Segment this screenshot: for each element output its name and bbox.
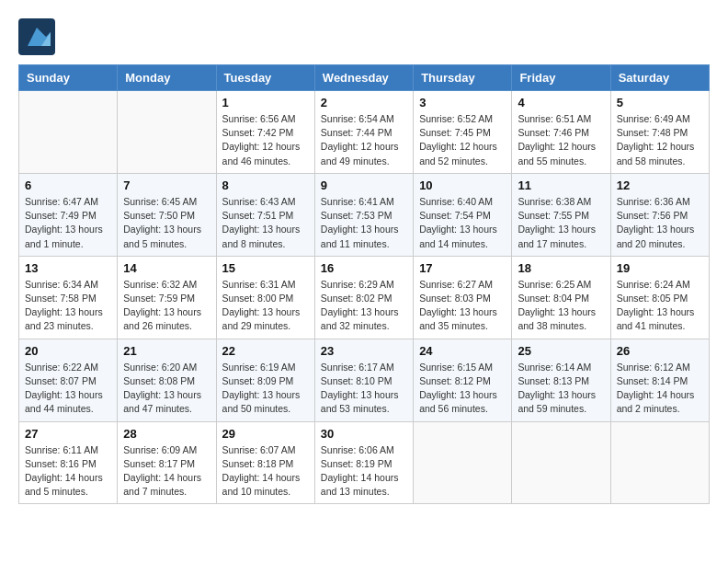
calendar-header-row: SundayMondayTuesdayWednesdayThursdayFrid… (19, 65, 710, 91)
day-number: 14 (123, 261, 210, 275)
calendar-cell: 15Sunrise: 6:31 AM Sunset: 8:00 PM Dayli… (216, 256, 314, 339)
day-info: Sunrise: 6:12 AM Sunset: 8:14 PM Dayligh… (617, 361, 703, 417)
calendar-cell: 8Sunrise: 6:43 AM Sunset: 7:51 PM Daylig… (216, 173, 314, 256)
calendar-cell (118, 91, 216, 174)
day-number: 5 (617, 96, 703, 109)
calendar-header-sunday: Sunday (19, 65, 118, 91)
day-number: 3 (419, 96, 506, 109)
day-number: 13 (25, 261, 111, 275)
calendar-cell: 21Sunrise: 6:20 AM Sunset: 8:08 PM Dayli… (118, 339, 216, 421)
day-info: Sunrise: 6:20 AM Sunset: 8:08 PM Dayligh… (123, 361, 210, 417)
calendar-cell: 24Sunrise: 6:15 AM Sunset: 8:12 PM Dayli… (414, 339, 512, 421)
calendar-week-1: 1Sunrise: 6:56 AM Sunset: 7:42 PM Daylig… (19, 91, 710, 174)
day-number: 4 (518, 96, 604, 109)
calendar-cell: 6Sunrise: 6:47 AM Sunset: 7:49 PM Daylig… (19, 173, 118, 256)
day-number: 1 (222, 96, 309, 109)
day-info: Sunrise: 6:31 AM Sunset: 8:00 PM Dayligh… (222, 278, 309, 334)
day-number: 7 (123, 178, 210, 192)
calendar-week-2: 6Sunrise: 6:47 AM Sunset: 7:49 PM Daylig… (19, 173, 710, 256)
calendar-cell: 1Sunrise: 6:56 AM Sunset: 7:42 PM Daylig… (216, 91, 314, 174)
day-info: Sunrise: 6:15 AM Sunset: 8:12 PM Dayligh… (419, 361, 506, 417)
day-info: Sunrise: 6:24 AM Sunset: 8:05 PM Dayligh… (617, 278, 703, 334)
day-info: Sunrise: 6:19 AM Sunset: 8:09 PM Dayligh… (222, 361, 309, 417)
calendar-header-thursday: Thursday (414, 65, 512, 91)
calendar-header-monday: Monday (118, 65, 216, 91)
day-number: 25 (518, 344, 604, 358)
calendar-cell (414, 421, 512, 504)
day-number: 24 (419, 344, 506, 358)
calendar-cell: 29Sunrise: 6:07 AM Sunset: 8:18 PM Dayli… (216, 421, 314, 504)
day-number: 23 (321, 344, 407, 358)
day-info: Sunrise: 6:45 AM Sunset: 7:50 PM Dayligh… (123, 195, 210, 251)
day-info: Sunrise: 6:22 AM Sunset: 8:07 PM Dayligh… (25, 361, 111, 417)
calendar-cell: 17Sunrise: 6:27 AM Sunset: 8:03 PM Dayli… (414, 256, 512, 339)
calendar-cell: 4Sunrise: 6:51 AM Sunset: 7:46 PM Daylig… (512, 91, 610, 174)
day-info: Sunrise: 6:07 AM Sunset: 8:18 PM Dayligh… (222, 443, 309, 500)
calendar-header-wednesday: Wednesday (314, 65, 413, 91)
calendar-cell: 12Sunrise: 6:36 AM Sunset: 7:56 PM Dayli… (610, 173, 709, 256)
day-info: Sunrise: 6:38 AM Sunset: 7:55 PM Dayligh… (518, 195, 604, 251)
calendar-cell: 27Sunrise: 6:11 AM Sunset: 8:16 PM Dayli… (19, 421, 118, 504)
day-info: Sunrise: 6:06 AM Sunset: 8:19 PM Dayligh… (321, 443, 407, 500)
day-info: Sunrise: 6:41 AM Sunset: 7:53 PM Dayligh… (321, 195, 407, 251)
logo (18, 18, 61, 55)
day-number: 28 (123, 427, 210, 441)
day-info: Sunrise: 6:29 AM Sunset: 8:02 PM Dayligh… (321, 278, 407, 334)
calendar-cell (19, 91, 118, 174)
day-number: 18 (518, 261, 604, 275)
day-info: Sunrise: 6:34 AM Sunset: 7:58 PM Dayligh… (25, 278, 111, 334)
day-info: Sunrise: 6:27 AM Sunset: 8:03 PM Dayligh… (419, 278, 506, 334)
day-info: Sunrise: 6:54 AM Sunset: 7:44 PM Dayligh… (321, 112, 407, 168)
day-number: 20 (25, 344, 111, 358)
day-number: 9 (321, 178, 407, 192)
day-number: 6 (25, 178, 111, 192)
day-number: 2 (321, 96, 407, 109)
calendar-week-4: 20Sunrise: 6:22 AM Sunset: 8:07 PM Dayli… (19, 339, 710, 421)
calendar-header-saturday: Saturday (610, 65, 709, 91)
calendar-cell: 14Sunrise: 6:32 AM Sunset: 7:59 PM Dayli… (118, 256, 216, 339)
calendar-cell: 3Sunrise: 6:52 AM Sunset: 7:45 PM Daylig… (414, 91, 512, 174)
day-info: Sunrise: 6:49 AM Sunset: 7:48 PM Dayligh… (617, 112, 703, 168)
calendar-cell: 5Sunrise: 6:49 AM Sunset: 7:48 PM Daylig… (610, 91, 709, 174)
day-info: Sunrise: 6:43 AM Sunset: 7:51 PM Dayligh… (222, 195, 309, 251)
day-number: 12 (617, 178, 703, 192)
day-number: 29 (222, 427, 309, 441)
calendar-cell: 11Sunrise: 6:38 AM Sunset: 7:55 PM Dayli… (512, 173, 610, 256)
day-info: Sunrise: 6:47 AM Sunset: 7:49 PM Dayligh… (25, 195, 111, 251)
calendar-cell: 23Sunrise: 6:17 AM Sunset: 8:10 PM Dayli… (314, 339, 413, 421)
day-info: Sunrise: 6:51 AM Sunset: 7:46 PM Dayligh… (518, 112, 604, 168)
day-info: Sunrise: 6:25 AM Sunset: 8:04 PM Dayligh… (518, 278, 604, 334)
calendar-cell: 20Sunrise: 6:22 AM Sunset: 8:07 PM Dayli… (19, 339, 118, 421)
day-number: 11 (518, 178, 604, 192)
day-info: Sunrise: 6:11 AM Sunset: 8:16 PM Dayligh… (25, 443, 111, 500)
logo-icon (18, 18, 55, 55)
calendar-cell: 9Sunrise: 6:41 AM Sunset: 7:53 PM Daylig… (314, 173, 413, 256)
day-number: 19 (617, 261, 703, 275)
calendar-cell: 22Sunrise: 6:19 AM Sunset: 8:09 PM Dayli… (216, 339, 314, 421)
calendar-header-friday: Friday (512, 65, 610, 91)
calendar-table: SundayMondayTuesdayWednesdayThursdayFrid… (18, 64, 710, 504)
day-number: 16 (321, 261, 407, 275)
calendar-cell: 10Sunrise: 6:40 AM Sunset: 7:54 PM Dayli… (414, 173, 512, 256)
calendar-cell: 25Sunrise: 6:14 AM Sunset: 8:13 PM Dayli… (512, 339, 610, 421)
day-info: Sunrise: 6:09 AM Sunset: 8:17 PM Dayligh… (123, 443, 210, 500)
day-number: 15 (222, 261, 309, 275)
calendar-header-tuesday: Tuesday (216, 65, 314, 91)
calendar-cell: 18Sunrise: 6:25 AM Sunset: 8:04 PM Dayli… (512, 256, 610, 339)
calendar-cell: 2Sunrise: 6:54 AM Sunset: 7:44 PM Daylig… (314, 91, 413, 174)
calendar-cell (610, 421, 709, 504)
day-number: 21 (123, 344, 210, 358)
day-info: Sunrise: 6:40 AM Sunset: 7:54 PM Dayligh… (419, 195, 506, 251)
page-header (18, 18, 710, 55)
day-number: 26 (617, 344, 703, 358)
day-number: 10 (419, 178, 506, 192)
day-info: Sunrise: 6:32 AM Sunset: 7:59 PM Dayligh… (123, 278, 210, 334)
calendar-cell: 30Sunrise: 6:06 AM Sunset: 8:19 PM Dayli… (314, 421, 413, 504)
day-info: Sunrise: 6:56 AM Sunset: 7:42 PM Dayligh… (222, 112, 309, 168)
calendar-week-3: 13Sunrise: 6:34 AM Sunset: 7:58 PM Dayli… (19, 256, 710, 339)
calendar-cell (512, 421, 610, 504)
calendar-week-5: 27Sunrise: 6:11 AM Sunset: 8:16 PM Dayli… (19, 421, 710, 504)
day-number: 30 (321, 427, 407, 441)
calendar-cell: 16Sunrise: 6:29 AM Sunset: 8:02 PM Dayli… (314, 256, 413, 339)
day-number: 27 (25, 427, 111, 441)
